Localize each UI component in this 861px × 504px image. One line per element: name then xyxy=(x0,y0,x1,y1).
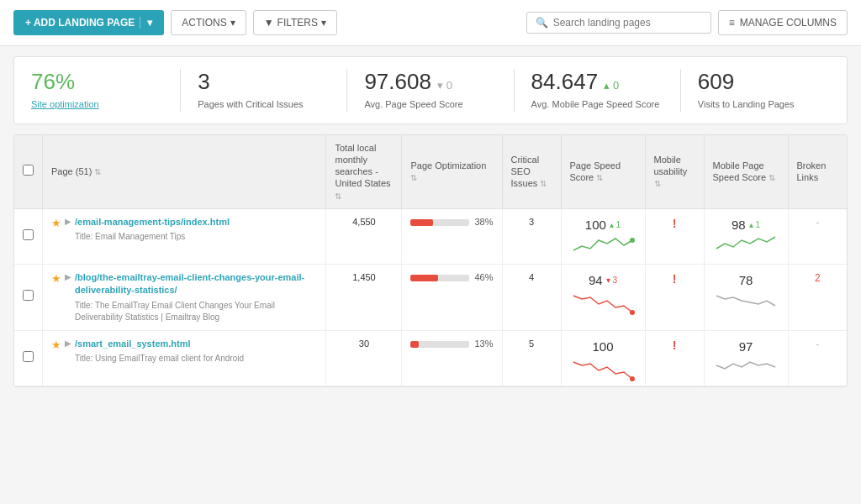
sort-mobile-speed-icon: ⇅ xyxy=(769,173,775,182)
stat-value-site-opt: 76% xyxy=(31,69,163,95)
search-icon: 🔍 xyxy=(536,17,548,29)
stat-mobile-speed: 84.647 ▴ 0 Avg. Mobile Page Speed Score xyxy=(515,69,681,112)
stat-label-critical: Pages with Critical Issues xyxy=(198,98,330,111)
page-url-link[interactable]: /blog/the-emailtray-email-client-changes… xyxy=(75,272,304,295)
row-checkbox[interactable] xyxy=(23,351,34,362)
th-broken-links[interactable]: Broken Links xyxy=(788,135,847,209)
th-page[interactable]: Page (51) ⇅ xyxy=(43,135,326,209)
row-broken-links-cell: 2 xyxy=(788,265,847,331)
page-speed-sparkline xyxy=(573,355,632,379)
mobile-usability-exclamation: ! xyxy=(654,216,695,233)
row-critical-seo-cell: 3 xyxy=(502,209,561,265)
page-speed-delta: ▴ 1 xyxy=(610,219,621,231)
columns-icon: ≡ xyxy=(729,17,735,29)
table-row: ★ ▶ /smart_email_system.html Title: Usin… xyxy=(14,330,847,386)
row-optimization-cell: 13% xyxy=(402,330,502,386)
row-mobile-speed-cell: 97 xyxy=(704,330,788,386)
actions-button[interactable]: ACTIONS ▾ xyxy=(171,10,246,35)
page-speed-score: 100 ▴ 1 xyxy=(585,216,621,234)
row-mobile-usability-cell: ! xyxy=(645,265,704,331)
stat-page-speed: 97.608 ▾ 0 Avg. Page Speed Score xyxy=(347,69,514,112)
expand-icon[interactable]: ▶ xyxy=(65,271,71,283)
star-icon[interactable]: ★ xyxy=(51,338,61,353)
manage-columns-label: MANAGE COLUMNS xyxy=(740,17,837,29)
expand-icon[interactable]: ▶ xyxy=(65,338,71,349)
row-checkbox-cell xyxy=(14,265,43,331)
sort-mobile-usability-icon: ⇅ xyxy=(654,179,661,188)
actions-label: ACTIONS xyxy=(182,17,226,29)
add-label: + ADD LANDING PAGE xyxy=(25,17,135,29)
stat-visits: 609 Visits to Landing Pages xyxy=(681,69,847,112)
mobile-speed-delta: ▴ 1 xyxy=(749,219,760,231)
row-page-speed-cell: 94 ▾ 3 xyxy=(561,265,645,331)
add-landing-page-button[interactable]: + ADD LANDING PAGE ▾ xyxy=(13,10,164,35)
broken-links-value: - xyxy=(797,338,839,350)
progress-label: 13% xyxy=(474,338,493,350)
add-chevron-icon[interactable]: ▾ xyxy=(140,17,152,29)
manage-columns-button[interactable]: ≡ MANAGE COLUMNS xyxy=(718,10,848,35)
svg-point-2 xyxy=(630,376,635,381)
sort-opt-icon: ⇅ xyxy=(410,173,417,182)
star-icon[interactable]: ★ xyxy=(51,271,61,286)
expand-icon[interactable]: ▶ xyxy=(65,216,71,228)
row-checkbox[interactable] xyxy=(23,290,34,301)
progress-bar-bg xyxy=(410,341,469,348)
landing-pages-table: Page (51) ⇅ Total local monthly searches… xyxy=(14,135,847,386)
row-page-cell: ★ ▶ /smart_email_system.html Title: Usin… xyxy=(43,330,326,386)
row-page-cell: ★ ▶ /blog/the-emailtray-email-client-cha… xyxy=(43,265,326,331)
row-broken-links-cell: - xyxy=(788,330,847,386)
row-page-cell: ★ ▶ /email-management-tips/index.html Ti… xyxy=(43,209,326,265)
row-checkbox[interactable] xyxy=(23,229,34,240)
star-icon[interactable]: ★ xyxy=(51,216,61,231)
mobile-usability-exclamation: ! xyxy=(654,271,695,288)
th-optimization[interactable]: Page Optimization ⇅ xyxy=(402,135,502,209)
row-mobile-usability-cell: ! xyxy=(645,209,704,265)
filters-label: FILTERS xyxy=(277,17,318,29)
filters-button[interactable]: ▼ FILTERS ▾ xyxy=(253,10,337,35)
th-mobile-speed[interactable]: Mobile Page Speed Score ⇅ xyxy=(704,135,788,209)
mobile-speed-score: 97 xyxy=(739,338,753,355)
row-page-speed-cell: 100 xyxy=(561,330,645,386)
stat-label-visits: Visits to Landing Pages xyxy=(698,98,830,111)
progress-bar-fill xyxy=(410,341,418,348)
search-input[interactable] xyxy=(553,17,702,29)
th-select-all[interactable] xyxy=(14,135,43,209)
mobile-speed-sparkline xyxy=(716,355,775,379)
th-mobile-usability[interactable]: Mobile usability ⇅ xyxy=(645,135,704,209)
site-optimization-link[interactable]: Site optimization xyxy=(31,99,99,109)
page-speed-sparkline xyxy=(573,289,632,312)
stat-value-visits: 609 xyxy=(698,69,830,95)
progress-wrap: 13% xyxy=(410,338,493,350)
th-critical-seo[interactable]: Critical SEO Issues ⇅ xyxy=(502,135,561,209)
table-wrap: Page (51) ⇅ Total local monthly searches… xyxy=(13,134,848,387)
progress-bar-fill xyxy=(410,219,433,226)
sort-critical-icon: ⇅ xyxy=(540,179,547,188)
mobile-speed-sparkline xyxy=(716,234,775,257)
page-speed-delta: ▾ 0 xyxy=(437,79,452,92)
page-url-link[interactable]: /smart_email_system.html xyxy=(75,339,191,349)
stats-bar: 76% Site optimization 3 Pages with Criti… xyxy=(13,56,848,124)
row-monthly-cell: 1,450 xyxy=(326,265,402,331)
progress-bar-bg xyxy=(410,219,469,226)
page-speed-delta: ▾ 3 xyxy=(606,275,617,286)
th-page-speed[interactable]: Page Speed Score ⇅ xyxy=(561,135,645,209)
filters-chevron-icon: ▾ xyxy=(321,17,326,29)
page-speed-sparkline xyxy=(573,234,632,257)
mobile-usability-exclamation: ! xyxy=(654,338,695,354)
row-monthly-cell: 4,550 xyxy=(326,209,402,265)
stat-label-site-opt: Site optimization xyxy=(31,98,163,111)
row-mobile-speed-cell: 78 xyxy=(704,265,788,331)
stat-value-critical: 3 xyxy=(198,69,330,95)
sort-speed-icon: ⇅ xyxy=(596,173,603,182)
page-url-link[interactable]: /email-management-tips/index.html xyxy=(75,217,230,227)
broken-links-value: 2 xyxy=(797,271,839,286)
row-optimization-cell: 38% xyxy=(402,209,502,265)
mobile-speed-delta: ▴ 0 xyxy=(604,79,619,92)
select-all-checkbox[interactable] xyxy=(23,165,34,176)
page-speed-score: 100 xyxy=(592,338,613,355)
th-monthly[interactable]: Total local monthly searches - United St… xyxy=(326,135,402,209)
row-mobile-usability-cell: ! xyxy=(645,330,704,386)
row-critical-seo-cell: 5 xyxy=(502,330,561,386)
svg-point-1 xyxy=(630,310,635,315)
mobile-speed-sparkline xyxy=(716,289,775,312)
